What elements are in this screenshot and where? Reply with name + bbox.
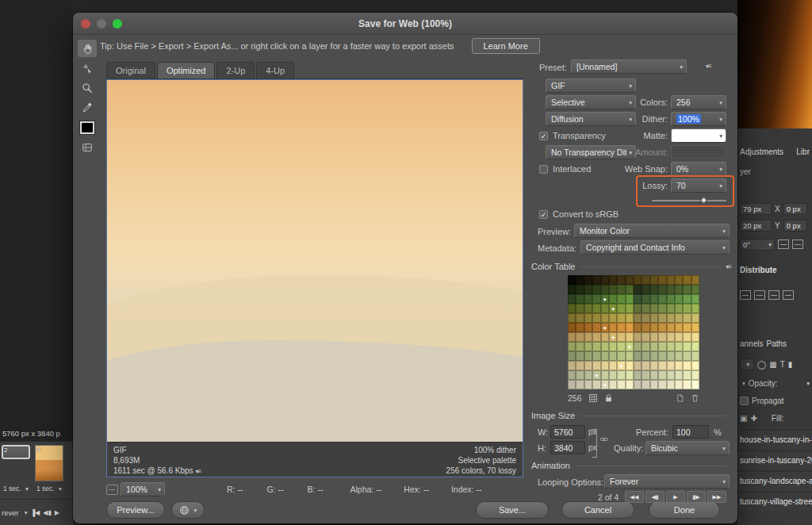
type-tool-icon[interactable]: T bbox=[780, 360, 785, 369]
color-swatch[interactable] bbox=[568, 332, 576, 342]
color-swatch[interactable] bbox=[683, 342, 691, 351]
percent-input[interactable]: 100 bbox=[672, 425, 709, 439]
slice-select-tool-button[interactable] bbox=[78, 59, 97, 77]
chevron-down-icon[interactable]: ▾ bbox=[742, 380, 745, 387]
color-swatch[interactable] bbox=[675, 313, 683, 323]
color-swatch[interactable] bbox=[609, 323, 617, 332]
tab-original[interactable]: Original bbox=[106, 62, 155, 79]
propagate-checkbox[interactable] bbox=[740, 397, 749, 405]
color-swatch[interactable] bbox=[642, 380, 649, 389]
layer-item[interactable]: tuscany-landscape-at- bbox=[737, 471, 812, 490]
color-swatch[interactable] bbox=[626, 342, 634, 351]
color-swatch[interactable] bbox=[634, 342, 642, 351]
color-swatch[interactable] bbox=[609, 342, 617, 351]
grid-icon[interactable]: ▦ bbox=[769, 360, 776, 369]
color-swatch[interactable] bbox=[658, 380, 666, 389]
color-swatch[interactable] bbox=[592, 380, 600, 389]
color-swatch[interactable] bbox=[568, 351, 576, 361]
toggle-slices-button[interactable] bbox=[78, 139, 97, 156]
color-swatch[interactable] bbox=[617, 275, 625, 285]
color-swatch[interactable] bbox=[609, 351, 617, 361]
chain-link-icon[interactable] bbox=[599, 435, 609, 446]
flip-icon[interactable] bbox=[792, 240, 803, 249]
color-swatch[interactable] bbox=[683, 332, 691, 342]
color-swatch[interactable] bbox=[568, 294, 576, 304]
preview-mode-select[interactable]: Monitor Color ▾ bbox=[574, 224, 730, 238]
color-swatch[interactable] bbox=[650, 323, 658, 332]
color-swatch[interactable] bbox=[642, 332, 649, 342]
convert-srgb-checkbox[interactable] bbox=[539, 210, 548, 219]
distribute-middle-icon[interactable] bbox=[754, 290, 765, 300]
color-swatch[interactable] bbox=[576, 323, 584, 332]
color-swatch[interactable] bbox=[634, 361, 642, 370]
play-button[interactable]: ▶ bbox=[55, 509, 59, 516]
color-swatch[interactable] bbox=[650, 342, 658, 351]
color-swatch[interactable] bbox=[626, 323, 634, 332]
color-swatch[interactable] bbox=[592, 294, 600, 304]
tab-libraries[interactable]: Libr bbox=[796, 148, 810, 156]
color-swatch[interactable] bbox=[601, 332, 609, 342]
color-swatch[interactable] bbox=[609, 370, 617, 380]
color-swatch[interactable] bbox=[601, 313, 609, 323]
color-swatch[interactable] bbox=[576, 275, 584, 285]
color-swatch[interactable] bbox=[584, 370, 592, 380]
color-swatch[interactable] bbox=[683, 285, 691, 294]
color-swatch[interactable] bbox=[576, 285, 584, 294]
color-swatch[interactable] bbox=[601, 351, 609, 361]
angle-select[interactable]: 0° ▾ bbox=[740, 239, 775, 251]
color-swatch[interactable] bbox=[691, 370, 699, 380]
lossy-slider[interactable] bbox=[652, 196, 726, 204]
first-frame-button[interactable]: ▐◀ bbox=[30, 509, 40, 516]
color-swatch[interactable] bbox=[601, 361, 609, 370]
zoom-tool-button[interactable] bbox=[78, 79, 97, 97]
color-swatch[interactable] bbox=[584, 351, 592, 361]
color-swatch[interactable] bbox=[617, 313, 625, 323]
blend-mode-select[interactable]: ▾ bbox=[740, 358, 754, 370]
color-swatch[interactable] bbox=[592, 351, 600, 361]
color-swatch[interactable] bbox=[609, 294, 617, 304]
color-swatch[interactable] bbox=[609, 361, 617, 370]
color-swatch[interactable] bbox=[675, 361, 683, 370]
color-swatch[interactable] bbox=[584, 304, 592, 313]
color-swatch[interactable] bbox=[584, 323, 592, 332]
color-swatch[interactable] bbox=[568, 313, 576, 323]
eyedropper-tool-button[interactable] bbox=[78, 99, 97, 117]
color-swatch[interactable] bbox=[658, 275, 666, 285]
color-swatch[interactable] bbox=[601, 323, 609, 332]
color-swatch[interactable] bbox=[642, 285, 649, 294]
color-swatch[interactable] bbox=[675, 294, 683, 304]
color-swatch[interactable] bbox=[609, 275, 617, 285]
lock-color-icon[interactable] bbox=[604, 393, 613, 403]
color-swatch[interactable] bbox=[658, 313, 666, 323]
color-swatch[interactable] bbox=[667, 294, 675, 304]
dialog-titlebar[interactable]: Save for Web (100%) bbox=[73, 13, 737, 35]
color-swatch[interactable] bbox=[617, 332, 625, 342]
color-swatch[interactable] bbox=[592, 370, 600, 380]
color-swatch[interactable] bbox=[576, 313, 584, 323]
chevron-down-icon[interactable]: ▾ bbox=[806, 380, 810, 387]
color-swatch[interactable] bbox=[658, 370, 666, 380]
color-swatch[interactable] bbox=[634, 351, 642, 361]
lock-position-icon[interactable]: ✚ bbox=[750, 414, 756, 423]
color-swatch[interactable] bbox=[568, 380, 576, 389]
lock-transparency-icon[interactable]: ▣ bbox=[740, 414, 747, 423]
color-swatch[interactable] bbox=[609, 313, 617, 323]
color-swatch[interactable] bbox=[634, 380, 642, 389]
new-color-icon[interactable] bbox=[676, 393, 684, 403]
color-swatch[interactable] bbox=[568, 304, 576, 313]
interlaced-checkbox[interactable] bbox=[539, 165, 548, 174]
color-swatch[interactable] bbox=[626, 332, 634, 342]
panel-menu-icon[interactable]: ▾≡ bbox=[706, 63, 711, 70]
color-swatch[interactable] bbox=[617, 351, 625, 361]
color-swatch[interactable] bbox=[683, 351, 691, 361]
color-swatch[interactable] bbox=[634, 323, 642, 332]
distribute-top-icon[interactable] bbox=[740, 290, 751, 300]
color-swatch[interactable] bbox=[609, 285, 617, 294]
layer-item[interactable]: sunrise-in-tuscany-202 bbox=[737, 450, 812, 469]
color-swatch[interactable] bbox=[683, 370, 691, 380]
color-swatch[interactable] bbox=[634, 304, 642, 313]
color-swatch[interactable] bbox=[609, 332, 617, 342]
color-swatch[interactable] bbox=[634, 313, 642, 323]
hand-tool-button[interactable] bbox=[78, 40, 97, 57]
color-swatch[interactable] bbox=[617, 294, 625, 304]
